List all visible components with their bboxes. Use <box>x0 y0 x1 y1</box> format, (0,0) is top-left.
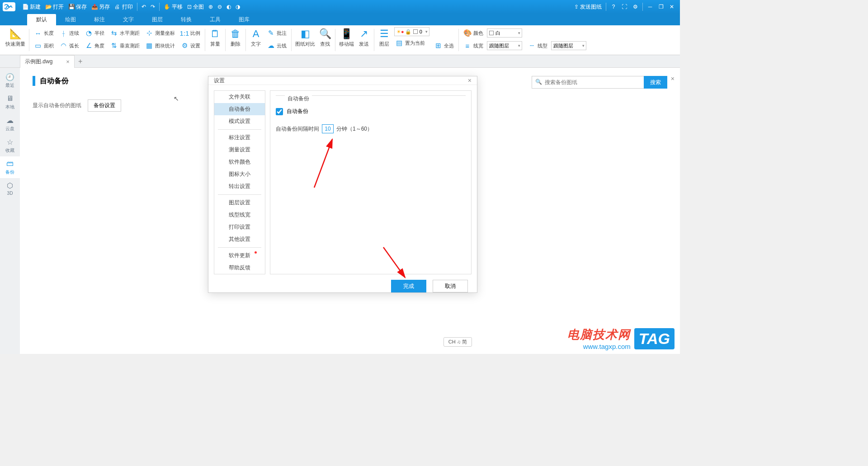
close-button[interactable]: ✕ <box>667 2 676 11</box>
help-icon: ? <box>612 4 615 10</box>
add-tab-button[interactable]: + <box>78 57 82 66</box>
minimize-button[interactable]: ─ <box>646 2 655 11</box>
save-button[interactable]: 💾保存 <box>68 3 87 11</box>
fullscreen-button[interactable]: ⛶ <box>620 2 629 11</box>
zoom-in-button[interactable]: ⊕ <box>208 4 213 10</box>
send-button[interactable]: ↗发送 <box>356 27 372 53</box>
nav-item-linetype[interactable]: 线型线宽 <box>214 209 265 221</box>
tab-default[interactable]: 默认 <box>27 14 56 25</box>
search-button[interactable]: 搜索 <box>644 76 667 89</box>
lineweight-row: ≡线宽跟随图层 <box>462 40 523 52</box>
cancel-button[interactable]: 取消 <box>433 280 468 292</box>
layer-icon: ☰ <box>378 28 391 40</box>
send-drawing-button[interactable]: ⇪发送图纸 <box>574 3 602 11</box>
new-label: 新建 <box>30 3 41 11</box>
nav-item-auto-backup[interactable]: 自动备份 <box>214 103 265 115</box>
tab-tools[interactable]: 工具 <box>201 14 230 25</box>
restore-button[interactable]: ❐ <box>656 2 665 11</box>
quick-measure-button[interactable]: 📐 快速测量 <box>4 27 27 53</box>
settings-button[interactable]: ⚙ <box>631 2 640 11</box>
full-label: 全图 <box>193 3 204 11</box>
arc-button[interactable]: ◠弧长 <box>58 40 80 52</box>
block-stats-button[interactable]: ▦图块统计 <box>144 40 176 52</box>
nav-item-other[interactable]: 其他设置 <box>214 233 265 245</box>
help-button[interactable]: ? <box>609 2 618 11</box>
annotate-button[interactable]: ✎批注 <box>266 27 288 39</box>
print-button[interactable]: 🖨打印 <box>114 3 133 11</box>
full-button[interactable]: ⊡全图 <box>187 3 204 11</box>
dialog-close-button[interactable]: × <box>468 77 472 84</box>
layer-select[interactable]: ☀●🔒0 <box>394 27 429 36</box>
hdistance-button[interactable]: ⇆水平测距 <box>109 27 141 39</box>
save-icon: 💾 <box>68 4 75 10</box>
tab-layer[interactable]: 图层 <box>143 14 172 25</box>
nav-item-measure[interactable]: 测量设置 <box>214 144 265 156</box>
color-select[interactable]: 白 <box>487 28 522 38</box>
nav-item-mode[interactable]: 模式设置 <box>214 115 265 127</box>
measure-coord-button[interactable]: ⊹测量坐标 <box>144 27 176 39</box>
nav-item-file-assoc[interactable]: 文件关联 <box>214 91 265 103</box>
saveas-button[interactable]: 📤另存 <box>91 3 110 11</box>
sidebar-item-favorite[interactable]: ☆收藏 <box>0 135 20 156</box>
calc-button[interactable]: 🗒算量 <box>207 27 223 53</box>
tab-text[interactable]: 文字 <box>114 14 143 25</box>
document-tab[interactable]: 示例图.dwg × <box>20 55 75 68</box>
auto-backup-checkbox[interactable] <box>276 108 283 115</box>
scale-button[interactable]: 1:1比例 <box>179 27 201 39</box>
tab-convert[interactable]: 转换 <box>172 14 201 25</box>
radius-button[interactable]: ◔半径 <box>84 27 105 39</box>
pan-button[interactable]: ✋平移 <box>164 3 183 11</box>
angle-button[interactable]: ∠角度 <box>84 40 105 52</box>
divider <box>245 29 246 51</box>
nav-item-export[interactable]: 转出设置 <box>214 180 265 193</box>
length-button[interactable]: ↔长度 <box>33 27 55 39</box>
undo-button[interactable]: ↶ <box>142 4 146 10</box>
continuous-button[interactable]: ⟊连续 <box>58 27 80 39</box>
nav-item-color[interactable]: 软件颜色 <box>214 156 265 168</box>
tab-draw[interactable]: 绘图 <box>56 14 85 25</box>
tab-annotate[interactable]: 标注 <box>85 14 114 25</box>
area-button[interactable]: ▭面积 <box>33 40 55 52</box>
backup-settings-button[interactable]: 备份设置 <box>88 99 121 112</box>
vdistance-button[interactable]: ⇅垂直测距 <box>109 40 141 52</box>
nav-item-icon-size[interactable]: 图标大小 <box>214 168 265 180</box>
sidebar-item-3d[interactable]: ⬡3D <box>0 178 20 198</box>
select-all-icon: ⊞ <box>434 42 442 50</box>
sidebar-item-local[interactable]: 🖥本地 <box>0 91 20 113</box>
close-panel-button[interactable]: × <box>671 75 675 82</box>
settings-button[interactable]: ⚙设置 <box>179 40 201 52</box>
new-button[interactable]: 📄新建 <box>22 3 41 11</box>
hdist-icon: ⇆ <box>110 29 118 37</box>
sidebar-item-cloud[interactable]: ☁云盘 <box>0 113 20 135</box>
nav-item-update[interactable]: 软件更新 <box>214 249 265 262</box>
tab-library[interactable]: 图库 <box>230 14 259 25</box>
sidebar-item-backup[interactable]: 🗃备份 <box>0 156 20 178</box>
zoom-prev-button[interactable]: ◑ <box>236 4 240 10</box>
linetype-select[interactable]: 跟随图层 <box>551 41 586 50</box>
text-button[interactable]: A文字 <box>248 27 264 53</box>
redo-button[interactable]: ↷ <box>151 4 155 10</box>
monitor-icon: 🖥 <box>5 94 14 103</box>
nav-item-layer[interactable]: 图层设置 <box>214 197 265 209</box>
compare-button[interactable]: ◧图纸对比 <box>293 27 317 53</box>
delete-button[interactable]: 🗑删除 <box>227 27 244 53</box>
close-tab-icon[interactable]: × <box>66 58 70 65</box>
mobile-button[interactable]: 📱移动端 <box>337 27 356 53</box>
select-all-button[interactable]: ⊞全选 <box>433 40 455 52</box>
find-button[interactable]: 🔍查找 <box>317 27 333 53</box>
nav-item-print[interactable]: 打印设置 <box>214 221 265 233</box>
cloud-button[interactable]: ☁云线 <box>266 40 288 52</box>
nav-item-feedback[interactable]: 帮助反馈 <box>214 262 265 274</box>
interval-input[interactable] <box>322 124 334 133</box>
search-input[interactable] <box>532 76 644 89</box>
nav-item-annotation[interactable]: 标注设置 <box>214 132 265 144</box>
ime-status[interactable]: CH ♫ 简 <box>443 337 472 347</box>
lineweight-select[interactable]: 跟随图层 <box>487 41 522 50</box>
zoom-window-button[interactable]: ◐ <box>226 4 231 10</box>
layer-button[interactable]: ☰图层 <box>376 27 392 53</box>
set-current-button[interactable]: ▤置为当前 <box>394 37 429 49</box>
zoom-out-button[interactable]: ⊖ <box>217 4 222 10</box>
ok-button[interactable]: 完成 <box>391 280 426 292</box>
open-button[interactable]: 📂打开 <box>45 3 64 11</box>
sidebar-item-recent[interactable]: 🕘最近 <box>0 70 20 91</box>
